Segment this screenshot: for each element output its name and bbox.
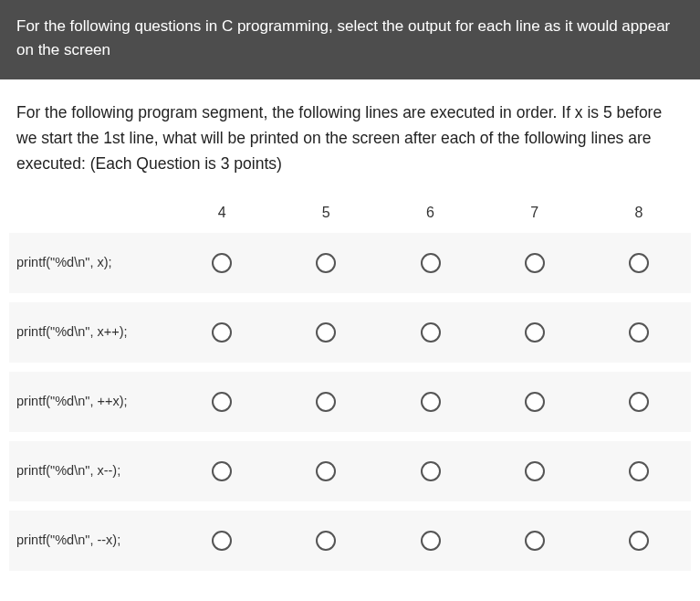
question-row: printf("%d\n", ++x); xyxy=(9,372,691,432)
question-row: printf("%d\n", x); xyxy=(9,233,691,293)
radio-option[interactable] xyxy=(525,322,545,343)
radio-option[interactable] xyxy=(316,531,336,551)
row-label: printf("%d\n", x); xyxy=(9,254,170,272)
radio-option[interactable] xyxy=(629,392,649,412)
column-header: 4 xyxy=(170,205,274,221)
row-label: printf("%d\n", x++); xyxy=(9,323,170,342)
row-label: printf("%d\n", ++x); xyxy=(9,393,170,411)
question-row: printf("%d\n", --x); xyxy=(9,511,691,571)
radio-option[interactable] xyxy=(629,531,649,551)
column-header-row: 4 5 6 7 8 xyxy=(9,193,691,233)
radio-option[interactable] xyxy=(212,253,232,273)
answer-grid: 4 5 6 7 8 printf("%d\n", x); printf("%d\… xyxy=(0,185,700,589)
header-text: For the following questions in C program… xyxy=(16,17,670,58)
radio-option[interactable] xyxy=(421,253,441,273)
radio-option[interactable] xyxy=(421,531,441,551)
column-header: 5 xyxy=(274,205,378,221)
radio-option[interactable] xyxy=(212,531,232,551)
row-label: printf("%d\n", --x); xyxy=(9,532,170,550)
radio-option[interactable] xyxy=(525,531,545,551)
instructions-text: For the following program segment, the f… xyxy=(16,103,662,173)
radio-option[interactable] xyxy=(525,392,545,412)
radio-option[interactable] xyxy=(212,392,232,412)
radio-option[interactable] xyxy=(316,322,336,343)
radio-option[interactable] xyxy=(212,461,232,481)
column-header: 8 xyxy=(587,205,691,221)
question-instructions: For the following program segment, the f… xyxy=(0,79,700,185)
radio-option[interactable] xyxy=(212,322,232,343)
radio-option[interactable] xyxy=(316,392,336,412)
question-header: For the following questions in C program… xyxy=(0,0,700,79)
radio-option[interactable] xyxy=(421,461,441,481)
question-row: printf("%d\n", x--); xyxy=(9,441,691,501)
radio-option[interactable] xyxy=(316,461,336,481)
radio-option[interactable] xyxy=(316,253,336,273)
radio-option[interactable] xyxy=(629,461,649,481)
radio-option[interactable] xyxy=(525,461,545,481)
radio-option[interactable] xyxy=(629,322,649,343)
radio-option[interactable] xyxy=(421,322,441,343)
radio-option[interactable] xyxy=(421,392,441,412)
question-row: printf("%d\n", x++); xyxy=(9,302,691,363)
row-label: printf("%d\n", x--); xyxy=(9,462,170,480)
radio-option[interactable] xyxy=(525,253,545,273)
column-header: 6 xyxy=(378,205,482,221)
column-header: 7 xyxy=(483,205,587,221)
radio-option[interactable] xyxy=(629,253,649,273)
